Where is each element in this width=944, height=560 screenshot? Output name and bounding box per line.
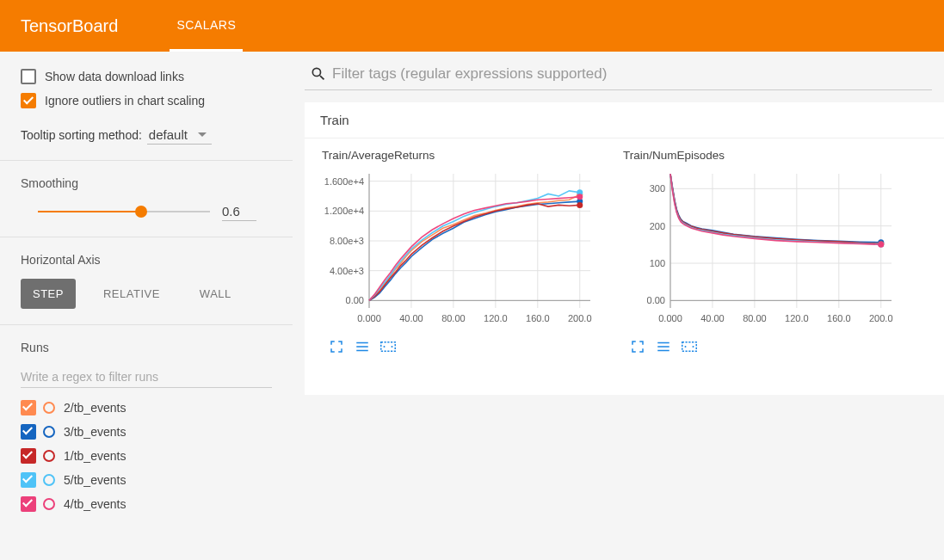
svg-point-15 bbox=[577, 202, 583, 208]
run-checkbox[interactable] bbox=[21, 424, 36, 440]
fit-domain-icon[interactable] bbox=[380, 339, 396, 354]
slider-fill bbox=[38, 211, 141, 212]
run-color-swatch bbox=[43, 450, 55, 462]
sidebar: Show data download links Ignore outliers… bbox=[0, 52, 293, 560]
tooltip-sort-value: default bbox=[149, 127, 188, 142]
run-label: 5/tb_events bbox=[64, 473, 126, 487]
charts-row: Train/AverageReturns0.004.00e+38.00e+31.… bbox=[305, 138, 944, 365]
chart-title: Train/NumEpisodes bbox=[623, 149, 907, 162]
haxis-btn-wall[interactable]: WALL bbox=[188, 279, 244, 309]
svg-point-30 bbox=[384, 346, 386, 348]
tab-scalars[interactable]: SCALARS bbox=[170, 1, 243, 52]
run-row[interactable]: 5/tb_events bbox=[21, 472, 272, 488]
tooltip-sort-select[interactable]: default bbox=[147, 126, 212, 145]
run-color-swatch bbox=[43, 474, 55, 486]
smoothing-slider[interactable] bbox=[38, 206, 210, 218]
chart-svg[interactable]: 0.001002003000.00040.0080.00120.0160.020… bbox=[614, 167, 898, 330]
haxis-btn-step[interactable]: STEP bbox=[21, 279, 76, 309]
svg-point-48 bbox=[878, 242, 884, 248]
svg-text:80.00: 80.00 bbox=[441, 313, 466, 323]
checkbox-label: Show data download links bbox=[45, 70, 184, 83]
svg-text:160.0: 160.0 bbox=[827, 313, 851, 323]
run-color-swatch bbox=[43, 426, 55, 438]
slider-thumb[interactable] bbox=[135, 206, 147, 218]
expand-icon[interactable] bbox=[630, 339, 645, 354]
svg-text:40.00: 40.00 bbox=[399, 313, 423, 323]
svg-text:0.00: 0.00 bbox=[346, 295, 364, 305]
run-color-swatch bbox=[43, 498, 55, 510]
chart-cell: Train/AverageReturns0.004.00e+38.00e+31.… bbox=[313, 149, 606, 354]
run-checkbox[interactable] bbox=[21, 448, 36, 464]
haxis-btn-relative[interactable]: RELATIVE bbox=[91, 279, 172, 309]
app-logo: TensorBoard bbox=[21, 16, 118, 36]
svg-text:80.00: 80.00 bbox=[743, 313, 767, 323]
haxis-label: Horizontal Axis bbox=[21, 253, 272, 267]
svg-text:160.0: 160.0 bbox=[526, 313, 550, 323]
chart-title: Train/AverageReturns bbox=[322, 149, 606, 162]
runs-filter-input[interactable] bbox=[21, 366, 272, 388]
svg-text:200.0: 200.0 bbox=[568, 313, 592, 323]
tag-filter-bar bbox=[305, 64, 932, 90]
run-row[interactable]: 3/tb_events bbox=[21, 424, 272, 440]
svg-text:100: 100 bbox=[650, 258, 665, 268]
run-row[interactable]: 2/tb_events bbox=[21, 400, 272, 415]
haxis-button-group: STEPRELATIVEWALL bbox=[21, 279, 272, 309]
svg-rect-59 bbox=[682, 342, 697, 352]
runs-label: Runs bbox=[21, 341, 272, 354]
run-label: 1/tb_events bbox=[64, 449, 126, 463]
divider bbox=[0, 237, 293, 237]
svg-rect-29 bbox=[381, 342, 396, 352]
svg-text:300: 300 bbox=[650, 183, 665, 194]
chart-toolbar bbox=[329, 339, 606, 354]
chart-cell: Train/NumEpisodes0.001002003000.00040.00… bbox=[614, 149, 907, 354]
toggle-y-log-icon[interactable] bbox=[656, 339, 671, 354]
content: Train Train/AverageReturns0.004.00e+38.0… bbox=[293, 52, 944, 560]
toggle-y-log-icon[interactable] bbox=[355, 339, 370, 354]
divider bbox=[0, 324, 293, 325]
expand-icon[interactable] bbox=[329, 339, 344, 354]
svg-point-17 bbox=[577, 194, 583, 200]
panel-header[interactable]: Train bbox=[305, 102, 944, 138]
tooltip-sort-label: Tooltip sorting method: bbox=[21, 128, 142, 142]
run-checkbox[interactable] bbox=[21, 472, 36, 488]
svg-text:1.200e+4: 1.200e+4 bbox=[324, 206, 364, 216]
run-label: 4/tb_events bbox=[64, 497, 126, 511]
svg-point-60 bbox=[685, 346, 687, 348]
chart-svg[interactable]: 0.004.00e+38.00e+31.200e+41.600e+40.0004… bbox=[313, 167, 597, 330]
smoothing-input[interactable] bbox=[222, 202, 256, 221]
search-icon bbox=[310, 65, 327, 83]
checkbox-download-links[interactable]: Show data download links bbox=[21, 69, 272, 84]
svg-text:120.0: 120.0 bbox=[484, 313, 508, 323]
svg-text:1.600e+4: 1.600e+4 bbox=[324, 176, 364, 187]
svg-text:200: 200 bbox=[650, 221, 665, 231]
run-color-swatch bbox=[43, 402, 55, 414]
checkbox-icon bbox=[21, 69, 36, 84]
fit-domain-icon[interactable] bbox=[682, 339, 697, 354]
run-checkbox[interactable] bbox=[21, 496, 36, 512]
smoothing-label: Smoothing bbox=[21, 176, 272, 190]
svg-text:200.0: 200.0 bbox=[869, 313, 893, 323]
svg-text:0.00: 0.00 bbox=[647, 295, 665, 305]
run-row[interactable]: 4/tb_events bbox=[21, 496, 272, 512]
svg-text:4.00e+3: 4.00e+3 bbox=[330, 266, 364, 276]
runs-list: 2/tb_events3/tb_events1/tb_events5/tb_ev… bbox=[21, 400, 272, 512]
svg-text:0.000: 0.000 bbox=[357, 313, 381, 323]
svg-point-61 bbox=[693, 346, 694, 348]
svg-text:8.00e+3: 8.00e+3 bbox=[330, 236, 364, 246]
run-label: 3/tb_events bbox=[64, 425, 126, 439]
checkbox-ignore-outliers[interactable]: Ignore outliers in chart scaling bbox=[21, 93, 272, 108]
run-checkbox[interactable] bbox=[21, 400, 36, 415]
tag-filter-input[interactable] bbox=[327, 64, 927, 84]
svg-text:0.000: 0.000 bbox=[658, 313, 682, 323]
checkbox-icon bbox=[21, 93, 36, 108]
checkbox-label: Ignore outliers in chart scaling bbox=[45, 94, 205, 108]
svg-text:40.00: 40.00 bbox=[700, 313, 725, 323]
svg-text:120.0: 120.0 bbox=[785, 313, 809, 323]
run-label: 2/tb_events bbox=[64, 401, 126, 415]
run-row[interactable]: 1/tb_events bbox=[21, 448, 272, 464]
divider bbox=[0, 160, 293, 161]
train-panel: Train Train/AverageReturns0.004.00e+38.0… bbox=[305, 102, 944, 395]
chart-toolbar bbox=[630, 339, 907, 354]
app-header: TensorBoard SCALARS bbox=[0, 0, 944, 52]
svg-point-31 bbox=[392, 346, 393, 348]
